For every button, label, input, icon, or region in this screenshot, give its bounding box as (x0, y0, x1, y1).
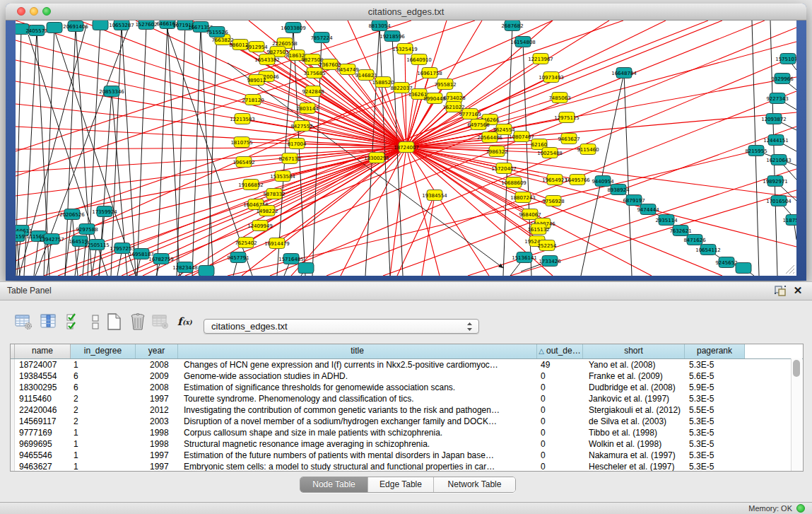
cell-year[interactable]: 1998 (136, 438, 178, 450)
tab-edge-table[interactable]: Edge Table (368, 477, 434, 492)
cell-title[interactable]: Embryonic stem cells: a model to study s… (178, 461, 537, 472)
cell-year[interactable]: 1998 (136, 427, 178, 438)
cell-in_degree[interactable]: 1 (71, 438, 136, 450)
cell-in_degree[interactable]: 1 (71, 359, 136, 370)
cell-out_de[interactable]: 0 (537, 438, 583, 450)
cell-year[interactable]: 1997 (136, 461, 178, 472)
table-row[interactable]: 911546021997Tourette syndrome. Phenomeno… (11, 393, 803, 404)
cell-in_degree[interactable]: 6 (71, 382, 136, 393)
cell-in_degree[interactable]: 1 (71, 450, 136, 461)
cell-short[interactable]: Wolkin et al. (1998) (583, 438, 685, 450)
cell-in_degree[interactable]: 6 (71, 370, 136, 382)
column-header-pagerank[interactable]: pagerank (685, 344, 745, 358)
cell-year[interactable]: 2009 (136, 370, 178, 382)
cell-title[interactable]: Disruption of a novel member of a sodium… (178, 416, 537, 427)
cell-short[interactable]: Hescheler et al. (1997) (583, 461, 685, 472)
cell-out_de[interactable]: 0 (537, 404, 583, 416)
cell-name[interactable]: 9777169 (15, 427, 71, 438)
table-vertical-scrollbar[interactable] (791, 358, 802, 471)
cell-out_de[interactable]: 0 (537, 461, 583, 472)
cell-pagerank[interactable]: 5.3E-5 (685, 416, 745, 427)
column-header-out_de[interactable]: △out_de… (537, 344, 583, 358)
cell-short[interactable]: Jankovic et al. (1997) (583, 393, 685, 404)
table-row[interactable]: 1830029562008Estimation of significance … (11, 382, 803, 393)
column-header-short[interactable]: short (583, 344, 685, 358)
cell-in_degree[interactable]: 2 (71, 404, 136, 416)
cell-out_de[interactable]: 0 (537, 427, 583, 438)
cell-name[interactable]: 18300295 (15, 382, 71, 393)
cell-year[interactable]: 2003 (136, 416, 178, 427)
cell-out_de[interactable]: 49 (537, 359, 583, 370)
table-row[interactable]: 2242004622012Investigating the contribut… (11, 404, 803, 416)
cell-in_degree[interactable]: 2 (71, 416, 136, 427)
cell-out_de[interactable]: 0 (537, 393, 583, 404)
float-window-icon[interactable] (774, 285, 787, 297)
table-settings-icon[interactable] (13, 311, 34, 332)
cell-name[interactable]: 22420046 (15, 404, 71, 416)
tab-node-table[interactable]: Node Table (300, 477, 368, 492)
cell-year[interactable]: 2008 (136, 382, 178, 393)
table-row[interactable]: 969969511998Structural magnetic resonanc… (11, 438, 803, 450)
table-row[interactable]: 946362711997Embryonic stem cells: a mode… (11, 461, 803, 472)
cell-pagerank[interactable]: 5.3E-5 (685, 461, 745, 472)
cell-out_de[interactable]: 0 (537, 416, 583, 427)
cell-in_degree[interactable]: 1 (71, 427, 136, 438)
cell-year[interactable]: 1997 (136, 393, 178, 404)
cell-title[interactable]: Estimation of the future numbers of pati… (178, 450, 537, 461)
cell-name[interactable]: 9115460 (15, 393, 71, 404)
column-header-in_degree[interactable]: in_degree (71, 344, 136, 358)
show-columns-icon[interactable] (37, 311, 59, 332)
graph-node[interactable] (736, 263, 751, 274)
cell-pagerank[interactable]: 5.9E-5 (685, 382, 745, 393)
cell-short[interactable]: Nakamura et al. (1997) (583, 450, 685, 461)
cell-title[interactable]: Corpus callosum shape and size in male p… (178, 427, 537, 438)
column-header-title[interactable]: title (178, 344, 537, 358)
cell-title[interactable]: Genome-wide association studies in ADHD. (178, 370, 537, 382)
cell-title[interactable]: Tourette syndrome. Phenomenology and cla… (178, 393, 537, 404)
cell-pagerank[interactable]: 5.3E-5 (685, 427, 745, 438)
cell-out_de[interactable]: 0 (537, 450, 583, 461)
table-row[interactable]: 1456911722003Disruption of a novel membe… (11, 416, 803, 427)
close-panel-icon[interactable]: ✕ (792, 284, 804, 297)
cell-out_de[interactable]: 0 (537, 370, 583, 382)
table-row[interactable]: 946554611997Estimation of the future num… (11, 450, 803, 461)
cell-title[interactable]: Estimation of significance thresholds fo… (178, 382, 537, 393)
cell-pagerank[interactable]: 5.3E-5 (685, 359, 745, 370)
citation-network-graph[interactable]: 1872400776638228860124591295422260558982… (16, 21, 796, 276)
graph-node[interactable] (298, 263, 314, 274)
cell-short[interactable]: Yano et al. (2008) (583, 359, 685, 370)
cell-in_degree[interactable]: 2 (71, 393, 136, 404)
scrollbar-thumb[interactable] (793, 360, 800, 377)
table-row[interactable]: 977716911998Corpus callosum shape and si… (11, 427, 803, 438)
cell-pagerank[interactable]: 5.3E-5 (685, 393, 745, 404)
graph-node[interactable] (199, 266, 214, 276)
cell-short[interactable]: de Silva et al. (2003) (583, 416, 685, 427)
cell-year[interactable]: 2008 (136, 359, 178, 370)
select-all-columns-icon[interactable] (62, 311, 83, 332)
function-builder-icon[interactable]: f(x) (175, 311, 196, 332)
cell-pagerank[interactable]: 5.3E-5 (685, 438, 745, 450)
graph-node[interactable] (93, 21, 108, 30)
cell-short[interactable]: Franke et al. (2009) (583, 370, 685, 382)
cell-name[interactable]: 14569117 (15, 416, 71, 427)
cell-title[interactable]: Structural magnetic resonance image aver… (178, 438, 537, 450)
cell-year[interactable]: 2012 (136, 404, 178, 416)
cell-out_de[interactable]: 0 (537, 382, 583, 393)
cell-title[interactable]: Investigating the contribution of common… (178, 404, 537, 416)
cell-pagerank[interactable]: 5.3E-5 (685, 450, 745, 461)
cell-title[interactable]: Changes of HCN gene expression and I(f) … (178, 359, 537, 370)
cell-year[interactable]: 1997 (136, 450, 178, 461)
cell-pagerank[interactable]: 5.6E-5 (685, 370, 745, 382)
table-row[interactable]: 1938455462009Genome-wide association stu… (11, 370, 803, 382)
new-table-icon[interactable] (103, 311, 124, 332)
cell-name[interactable]: 9463627 (15, 461, 71, 472)
window-titlebar[interactable]: citations_edges.txt (6, 4, 806, 21)
cell-pagerank[interactable]: 5.5E-5 (685, 404, 745, 416)
cell-name[interactable]: 9699695 (15, 438, 71, 450)
column-header-name[interactable]: name (15, 344, 71, 358)
cell-short[interactable]: Stergiakouli et al. (2012) (583, 404, 685, 416)
cell-in_degree[interactable]: 1 (71, 461, 136, 472)
cell-name[interactable]: 18724007 (15, 359, 71, 370)
network-canvas[interactable]: 1872400776638228860124591295422260558982… (16, 21, 796, 276)
canvas-resize-grip[interactable] (785, 264, 795, 274)
